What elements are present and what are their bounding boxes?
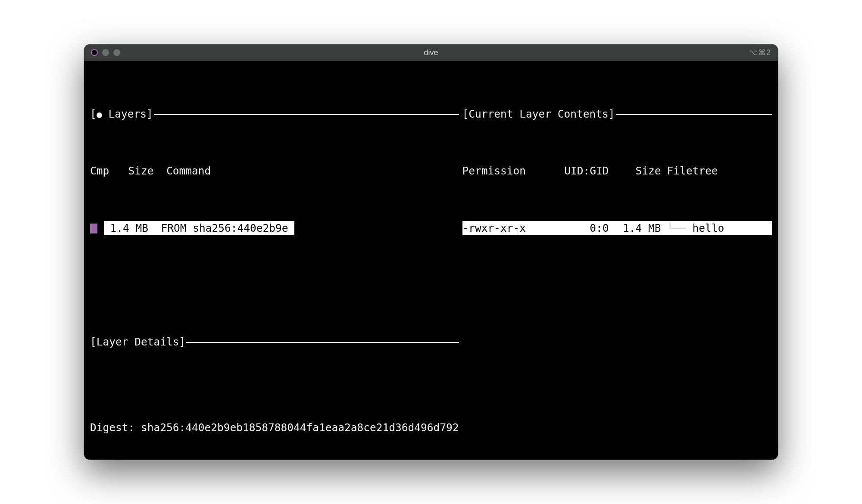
window-shortcut-indicator: ⌥⌘2 bbox=[749, 48, 771, 57]
digest-line: Digest: sha256:440e2b9eb1858788044fa1eaa… bbox=[90, 420, 459, 435]
digest-value-1: sha256:440e2b9eb1858788044fa1eaa2a8ce21d… bbox=[141, 421, 459, 434]
traffic-lights bbox=[91, 49, 120, 56]
layers-panel-header: [ Layers] bbox=[90, 107, 459, 121]
cursor-dot-icon bbox=[97, 112, 102, 118]
col-command: Command bbox=[166, 165, 211, 177]
file-name: hello bbox=[693, 222, 725, 234]
bracket-open: [ bbox=[90, 108, 97, 120]
digest-label: Digest: bbox=[90, 421, 134, 434]
close-icon[interactable] bbox=[91, 49, 98, 56]
layer-row[interactable]: 1.4 MB FROM sha256:440e2b9e bbox=[90, 221, 459, 235]
file-tree-cell: └── hello bbox=[667, 221, 772, 235]
file-size: 1.4 MB bbox=[613, 221, 667, 235]
col-size: Size bbox=[128, 165, 154, 177]
file-row[interactable]: -rwxr-xr-x 0:0 1.4 MB └── hello bbox=[462, 221, 772, 235]
layer-row-selected: 1.4 MB FROM sha256:440e2b9e bbox=[104, 221, 295, 235]
left-pane: [ Layers] Cmp Size Command 1.4 MB FROM s… bbox=[90, 64, 459, 460]
col-cmp: Cmp bbox=[90, 165, 109, 177]
layer-cmp-swatch bbox=[90, 224, 97, 233]
right-pane: [Current Layer Contents] Permission UID:… bbox=[459, 64, 772, 460]
col-size: Size bbox=[613, 164, 667, 178]
col-permission: Permission bbox=[462, 164, 544, 178]
contents-title: [Current Layer Contents] bbox=[462, 107, 615, 121]
rule-line bbox=[186, 342, 459, 343]
layers-columns-header: Cmp Size Command bbox=[90, 164, 459, 178]
rule-line bbox=[616, 114, 772, 115]
layer-details-header: [Layer Details] bbox=[90, 335, 459, 349]
bracket-close: ] bbox=[147, 108, 153, 120]
contents-columns-header: Permission UID:GID Size Filetree bbox=[462, 164, 772, 178]
contents-panel-header: [Current Layer Contents] bbox=[462, 107, 772, 121]
layer-details-title: [Layer Details] bbox=[90, 335, 185, 349]
col-filetree: Filetree bbox=[667, 164, 772, 178]
minimize-icon[interactable] bbox=[102, 49, 109, 56]
window-title: dive bbox=[84, 48, 778, 57]
rule-line bbox=[154, 114, 459, 115]
layer-size: 1.4 MB bbox=[110, 222, 149, 234]
tree-branch-icon: └── bbox=[667, 222, 693, 234]
terminal-window: dive ⌥⌘2 [ Layers] Cmp Size Command 1.4 … bbox=[84, 44, 778, 460]
file-permission: -rwxr-xr-x bbox=[462, 221, 544, 235]
titlebar: dive ⌥⌘2 bbox=[84, 44, 778, 61]
file-uidgid: 0:0 bbox=[544, 221, 613, 235]
terminal-body: [ Layers] Cmp Size Command 1.4 MB FROM s… bbox=[84, 61, 778, 460]
maximize-icon[interactable] bbox=[113, 49, 120, 56]
layer-command: FROM sha256:440e2b9e bbox=[161, 222, 288, 234]
layers-title: Layers bbox=[102, 108, 147, 120]
col-uidgid: UID:GID bbox=[544, 164, 613, 178]
